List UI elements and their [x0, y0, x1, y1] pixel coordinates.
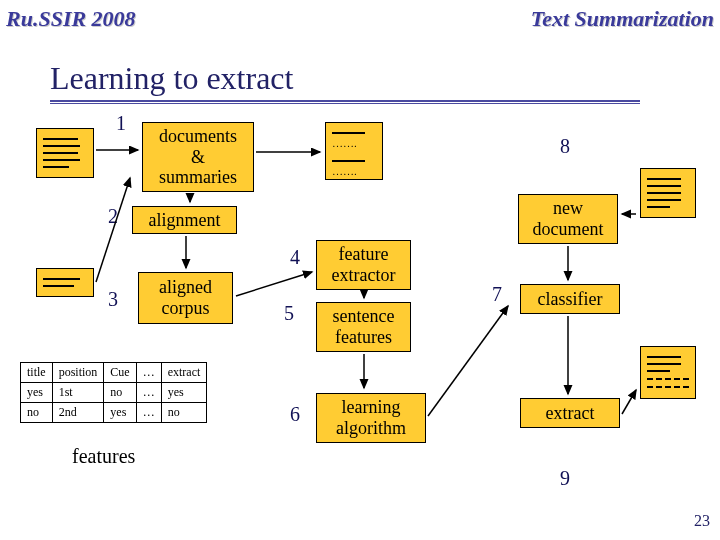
- box-sent-l2: features: [317, 327, 410, 348]
- box-docs-l2: &: [143, 147, 253, 168]
- box-aligned-corpus: aligned corpus: [138, 272, 233, 324]
- table-row: yes 1st no … yes: [21, 383, 207, 403]
- th-3: …: [136, 363, 161, 383]
- box-learn-l2: algorithm: [317, 418, 425, 439]
- box-feat-l2: extractor: [317, 265, 410, 286]
- box-newdoc-l1: new: [519, 198, 617, 219]
- box-new-document: new document: [518, 194, 618, 244]
- step-4: 4: [290, 246, 300, 269]
- step-9: 9: [560, 467, 570, 490]
- box-extract-label: extract: [521, 403, 619, 424]
- features-table: title position Cue … extract yes 1st no …: [20, 362, 207, 423]
- box-classifier: classifier: [520, 284, 620, 314]
- doc-icon-large: [36, 128, 94, 178]
- step-8: 8: [560, 135, 570, 158]
- step-5: 5: [284, 302, 294, 325]
- step-1: 1: [116, 112, 126, 135]
- box-learning-algorithm: learning algorithm: [316, 393, 426, 443]
- svg-line-12: [622, 390, 636, 414]
- summary-icon-small: [36, 268, 94, 297]
- th-2: Cue: [104, 363, 136, 383]
- step-6: 6: [290, 403, 300, 426]
- box-documents-summaries: documents & summaries: [142, 122, 254, 192]
- box-sent-l1: sentence: [317, 306, 410, 327]
- doc-with-dots-icon: ……. …….: [325, 122, 383, 180]
- step-2: 2: [108, 205, 118, 228]
- svg-line-5: [236, 272, 312, 296]
- features-label: features: [72, 445, 135, 468]
- box-docs-l1: documents: [143, 126, 253, 147]
- box-alignment-label: alignment: [133, 210, 236, 231]
- svg-line-8: [428, 306, 508, 416]
- box-classifier-label: classifier: [521, 289, 619, 310]
- box-feat-l1: feature: [317, 244, 410, 265]
- th-1: position: [52, 363, 104, 383]
- box-alignment: alignment: [132, 206, 237, 234]
- table-header-row: title position Cue … extract: [21, 363, 207, 383]
- box-newdoc-l2: document: [519, 219, 617, 240]
- box-docs-l3: summaries: [143, 167, 253, 188]
- box-aligned-l2: corpus: [139, 298, 232, 319]
- svg-line-1: [96, 178, 130, 282]
- table-row: no 2nd yes … no: [21, 403, 207, 423]
- th-4: extract: [161, 363, 207, 383]
- box-feature-extractor: feature extractor: [316, 240, 411, 290]
- box-learn-l1: learning: [317, 397, 425, 418]
- header-left: Ru.SSIR 2008: [6, 6, 136, 32]
- new-doc-icon: [640, 168, 696, 218]
- page-title: Learning to extract: [50, 60, 293, 97]
- step-3: 3: [108, 288, 118, 311]
- box-sentence-features: sentence features: [316, 302, 411, 352]
- header-right: Text Summarization: [531, 6, 714, 32]
- step-7: 7: [492, 283, 502, 306]
- th-0: title: [21, 363, 53, 383]
- slide-number: 23: [694, 512, 710, 530]
- box-aligned-l1: aligned: [139, 277, 232, 298]
- extract-output-icon: [640, 346, 696, 399]
- box-extract: extract: [520, 398, 620, 428]
- title-rule: [50, 100, 640, 104]
